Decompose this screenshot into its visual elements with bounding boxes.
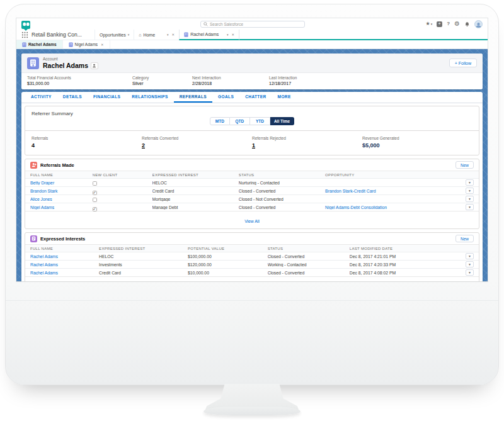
opportunity-link[interactable]: Nigel Adams-Debt Consolidation [325,205,466,210]
referrer-summary-title: Referrer Summary [25,106,479,116]
account-building-icon [184,32,188,37]
interest-icon [30,235,37,242]
new-client-checkbox[interactable] [93,207,97,211]
favorites-star-icon[interactable]: ★▾ [425,21,432,26]
close-icon[interactable]: ✕ [172,33,175,37]
full-name-link[interactable]: Rachel Adams [30,271,99,275]
app-launcher-waffle-icon[interactable] [21,31,28,38]
app-logo-icon[interactable] [21,21,30,29]
table-header: FULL NAME EXPRESSED INTEREST POTENTIAL V… [25,244,479,252]
field-next-interaction: Next Interaction2/28/2018 [192,76,269,86]
subtab-label: Rachel Adams [28,42,57,47]
tab-activity[interactable]: ACTIVITY [25,92,57,103]
full-name-link[interactable]: Nigel Adams [30,205,93,210]
section-title: Expressed Interests [40,236,85,242]
stat-revenue-generated: Revenue Generated$5,000 [362,136,472,149]
subtab-nigel-adams[interactable]: Nigel Adams ✕ [63,40,110,48]
help-icon[interactable]: ? [447,21,450,26]
row-actions-button[interactable]: ▼ [466,261,474,268]
close-icon[interactable]: ✕ [101,43,104,47]
row-actions-button[interactable]: ▼ [466,269,474,276]
nav-item-label: Opportunities [100,33,126,37]
time-filter-group: MTD QTD YTD All Time [25,116,479,130]
nav-tab-home[interactable]: ⌂ Home ▾ ✕ [134,30,179,40]
row-actions-button[interactable]: ▼ [466,204,474,210]
full-name-link[interactable]: Brandon Stark [30,189,93,193]
table-row: Rachel Adams Investments $120,000.00 Wor… [25,260,479,268]
section-title: Referrals Made [40,162,74,168]
add-icon[interactable]: + [437,21,442,27]
view-all-interests[interactable]: View All [25,276,479,281]
tab-more[interactable]: MORE [272,92,297,103]
setup-gear-icon[interactable]: ⚙ [454,21,460,27]
stat-referrals-converted[interactable]: Referrals Converted2 [142,136,252,149]
person-icon [92,64,96,68]
notifications-bell-icon[interactable] [464,21,470,27]
account-header-card: Account Rachel Adams + Follow Total Fina… [21,54,483,89]
table-row: Nigel Adams Manage Debt Closed - Convert… [25,203,479,211]
screen: ★▾ + ? ⚙ Retail Banking Con... [16,18,488,282]
filter-ytd-button[interactable]: YTD [250,117,270,125]
record-tab-bar: ACTIVITY DETAILS FINANCIALS RELATIONSHIP… [21,92,483,103]
monitor-stand-base [203,407,301,415]
field-total-financial-accounts: Total Financial Accounts$31,000.00 [27,76,132,86]
tab-goals[interactable]: GOALS [212,92,239,103]
tab-referrals[interactable]: REFERRALS [174,92,212,103]
new-interest-button[interactable]: New [455,235,474,242]
app-name[interactable]: Retail Banking Con... [32,31,89,38]
chevron-down-icon[interactable]: ▾ [128,33,130,37]
row-actions-button[interactable]: ▼ [466,196,474,202]
table-row: Rachel Adams Credit Card $10,000.00 Clos… [25,268,479,276]
record-page: Account Rachel Adams + Follow Total Fina… [16,49,488,281]
tab-details[interactable]: DETAILS [57,92,88,103]
filter-qtd-button[interactable]: QTD [230,117,250,125]
row-actions-button[interactable]: ▼ [466,179,474,186]
full-name-link[interactable]: Rachel Adams [30,254,99,259]
field-last-interaction: Last Interaction12/18/2017 [269,76,297,86]
entity-label: Account [43,57,98,61]
chevron-down-icon[interactable]: ▾ [167,33,169,37]
follow-button[interactable]: + Follow [449,59,477,67]
user-avatar[interactable] [474,20,483,28]
referrer-summary-card: Referrer Summary MTD QTD YTD All Time Re… [25,106,479,155]
nav-item-opportunities[interactable]: Opportunities ▾ [94,30,134,40]
account-building-icon [22,42,26,47]
nav-tab-label: Home [143,33,165,37]
console-navbar: Retail Banking Con... Opportunities ▾ ⌂ … [16,30,488,40]
row-actions-button[interactable]: ▼ [466,253,474,259]
page-title: Rachel Adams [43,62,88,69]
stat-referrals-rejected[interactable]: Referrals Rejected1 [252,136,362,149]
subtab-label: Nigel Adams [75,42,98,47]
new-referral-button[interactable]: New [455,161,474,169]
navbar-filler [239,30,488,40]
home-icon: ⌂ [139,33,141,37]
full-name-link[interactable]: Betty Draper [30,181,93,185]
view-all-referrals[interactable]: View All [25,211,479,228]
filter-mtd-button[interactable]: MTD [210,117,230,125]
tab-financials[interactable]: FINANCIALS [88,92,126,103]
tab-relationships[interactable]: RELATIONSHIPS [126,92,173,103]
tab-chatter[interactable]: CHATTER [239,92,272,103]
global-search[interactable] [200,21,305,28]
account-building-icon [69,42,73,47]
opportunity-link[interactable]: Brandon Stark-Credit Card [325,189,466,193]
chevron-down-icon: ▾ [431,23,433,26]
close-icon[interactable]: ✕ [232,33,235,37]
full-name-link[interactable]: Alice Jones [30,197,93,201]
chevron-down-icon[interactable]: ▾ [227,33,229,37]
global-header: ★▾ + ? ⚙ [16,18,488,30]
monitor-chin [6,300,498,385]
nav-tab-label: Rachel Adams [190,32,225,37]
monitor-frame: ★▾ + ? ⚙ Retail Banking Con... [5,4,499,385]
contact-quick-action-button[interactable] [91,62,98,69]
filter-all-time-button[interactable]: All Time [270,117,294,125]
subtab-rachel-adams[interactable]: Rachel Adams [16,40,63,48]
search-input[interactable] [210,22,302,26]
referrals-made-section: Referrals Made New FULL NAME NEW CLIENT … [25,159,479,229]
nav-tab-rachel-adams[interactable]: Rachel Adams ▾ ✕ [179,30,239,40]
referral-icon [30,162,37,169]
full-name-link[interactable]: Rachel Adams [30,262,99,267]
subtab-bar: Rachel Adams Nigel Adams ✕ [16,40,488,49]
account-entity-icon [27,57,39,69]
row-actions-button[interactable]: ▼ [466,188,474,194]
